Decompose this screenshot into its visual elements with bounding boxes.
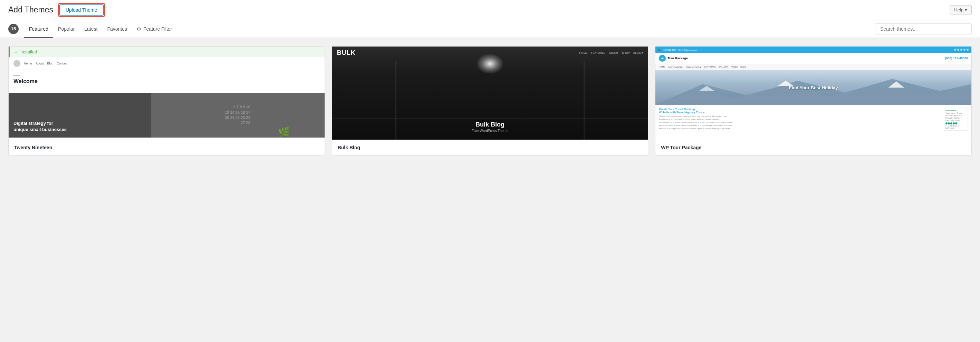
tour-body: Create Your Travel Booking Website with … xyxy=(655,105,971,133)
twenty-nineteen-preview: Home About Blog Contact Welcome xyxy=(9,57,325,139)
tour-tripadvisor-widget: tripadvisor Travel Agency Theme - Mounta… xyxy=(944,108,968,131)
theme-name-wp-tour-package: WP Tour Package xyxy=(661,145,966,150)
chevron-down-icon: ▾ xyxy=(965,7,967,13)
bulk-caption: Bulk Blog Free WordPress Theme xyxy=(472,121,508,133)
tour-hero-text: Find Your Best Holiday xyxy=(789,85,838,90)
tn-hero-overlay: 6 7 8 9 10 13 14 15 16 17 20 21 22 23 24… xyxy=(151,93,325,138)
tab-latest[interactable]: Latest xyxy=(80,20,102,38)
filter-tabs: Featured Popular Latest Favorites ⚙ Feat… xyxy=(24,20,177,38)
theme-preview-wp-tour-package: 📞 +91 98301 6246 ✉ info@domain.com ✈ Tou… xyxy=(655,46,971,139)
tour-logo-text: Tour Package xyxy=(668,57,687,60)
help-label: Help xyxy=(954,7,963,13)
tour-rating-stars xyxy=(945,122,966,125)
theme-preview-bulk-blog: BULK HOME FEATURES ABOUT SHOP BLOG ▾ xyxy=(332,46,648,139)
bulk-caption-subtitle: Free WordPress Theme xyxy=(472,129,508,133)
tour-body-left: Create Your Travel Booking Website with … xyxy=(659,108,941,131)
top-bar: Add Themes Upload Theme Help ▾ xyxy=(0,0,980,20)
tour-phone: (888) 123-45678 xyxy=(945,57,968,60)
tour-nav: HOME DESTINATION ▾ TRAVEL INFO ▾ DAY TOU… xyxy=(655,64,971,70)
tab-favorites[interactable]: Favorites xyxy=(102,20,132,38)
tn-dash xyxy=(13,75,21,76)
bulk-nav: HOME FEATURES ABOUT SHOP BLOG ▾ xyxy=(579,51,643,54)
page-title: Add Themes xyxy=(8,5,53,14)
theme-card-wp-tour-package[interactable]: 📞 +91 98301 6246 ✉ info@domain.com ✈ Tou… xyxy=(655,46,972,155)
tour-logo: ✈ Tour Package xyxy=(659,55,687,62)
tour-body-title: Create Your Travel Booking Website with … xyxy=(659,108,941,114)
tn-welcome-text: Welcome xyxy=(13,78,320,84)
theme-card-bulk-blog[interactable]: BULK HOME FEATURES ABOUT SHOP BLOG ▾ xyxy=(332,46,649,155)
tn-hero-plant: 🌿 xyxy=(278,126,290,138)
tour-tripadvisor-card: tripadvisor Travel Agency Theme - Mounta… xyxy=(944,108,968,131)
tn-body: Welcome xyxy=(9,70,325,93)
gear-icon: ⚙ xyxy=(137,26,141,32)
themes-grid: ✓ Installed Home About Blog Contact xyxy=(8,46,972,155)
check-icon: ✓ xyxy=(15,50,18,54)
theme-preview-twenty-nineteen: ✓ Installed Home About Blog Contact xyxy=(9,46,325,139)
tour-mountain-svg xyxy=(655,77,971,105)
tour-top-bar-contact: 📞 +91 98301 6246 ✉ info@domain.com xyxy=(658,49,697,51)
bulk-logo: BULK xyxy=(337,49,356,57)
tab-popular[interactable]: Popular xyxy=(53,20,80,38)
theme-card-footer-wp-tour-package: WP Tour Package xyxy=(655,139,971,155)
tab-featured[interactable]: Featured xyxy=(24,20,53,38)
search-themes-input[interactable] xyxy=(875,24,972,35)
main-content: ✓ Installed Home About Blog Contact xyxy=(0,38,980,164)
theme-card-footer-bulk-blog: Bulk Blog xyxy=(332,139,648,155)
help-button[interactable]: Help ▾ xyxy=(950,5,972,14)
tour-body-text: This is a story about your company here.… xyxy=(659,115,941,130)
bulk-header: BULK HOME FEATURES ABOUT SHOP BLOG ▾ xyxy=(332,46,648,59)
tour-top-bar: 📞 +91 98301 6246 ✉ info@domain.com xyxy=(655,46,971,53)
tn-hero: 6 7 8 9 10 13 14 15 16 17 20 21 22 23 24… xyxy=(9,93,325,138)
tour-header: ✈ Tour Package (888) 123-45678 xyxy=(655,53,971,64)
theme-card-twenty-nineteen[interactable]: ✓ Installed Home About Blog Contact xyxy=(8,46,325,155)
tour-social-icons xyxy=(954,49,969,51)
tour-logo-icon: ✈ xyxy=(659,55,666,62)
upload-theme-button[interactable]: Upload Theme xyxy=(59,5,103,16)
theme-count-badge: 15 xyxy=(8,24,19,34)
installed-label: Installed xyxy=(21,49,37,54)
feature-filter-button[interactable]: ⚙ Feature Filter xyxy=(132,20,177,38)
tn-hero-text: Digital strategy forunique small busines… xyxy=(13,120,67,133)
theme-name-bulk-blog: Bulk Blog xyxy=(338,145,643,150)
top-bar-left: Add Themes Upload Theme xyxy=(8,5,103,16)
tour-hero-title: Find Your Best Holiday xyxy=(789,85,838,90)
bulk-caption-title: Bulk Blog xyxy=(472,121,508,128)
tn-nav: Home About Blog Contact xyxy=(9,57,325,70)
tn-nav-links: Home About Blog Contact xyxy=(24,62,68,65)
theme-name-twenty-nineteen: Twenty Nineteen xyxy=(14,145,319,150)
theme-card-footer-twenty-nineteen: Twenty Nineteen xyxy=(9,139,325,155)
filter-left: 15 Featured Popular Latest Favorites ⚙ F… xyxy=(8,20,177,38)
tour-hero: Find Your Best Holiday xyxy=(655,70,971,105)
installed-banner: ✓ Installed xyxy=(9,46,325,57)
filter-bar: 15 Featured Popular Latest Favorites ⚙ F… xyxy=(0,20,980,38)
tn-nav-logo xyxy=(13,60,21,67)
